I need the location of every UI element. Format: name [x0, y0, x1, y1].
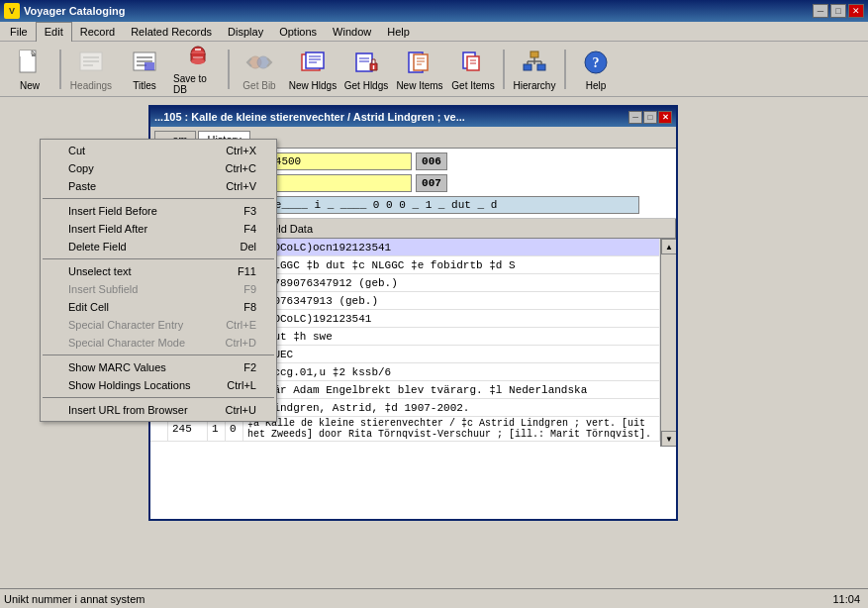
svg-rect-37 [524, 64, 531, 70]
minimize-button[interactable]: ─ [813, 4, 828, 18]
toolbar-sep-1 [59, 50, 61, 89]
svg-rect-36 [530, 51, 538, 57]
title-bar: V Voyager Cataloging ─ □ ✕ [0, 0, 868, 22]
get-hldgs-icon [350, 47, 382, 78]
menu-insert-subfield[interactable]: Insert Subfield F9 [41, 280, 276, 298]
get-items-icon [457, 47, 489, 78]
toolbar-get-hldgs-label: Get Hldgs [344, 80, 388, 91]
help-icon: ? [580, 47, 612, 78]
menu-special-char-mode[interactable]: Special Character Mode Ctrl+D [41, 334, 276, 352]
toolbar: New Headings Titles [0, 42, 868, 97]
menu-paste[interactable]: Paste Ctrl+V [41, 177, 276, 195]
menu-related-records[interactable]: Related Records [123, 22, 220, 42]
scroll-down[interactable]: ▼ [661, 431, 676, 447]
status-bar: Unikt nummer i annat system 11:04 [0, 588, 868, 608]
toolbar-sep-4 [564, 50, 566, 89]
menu-cut[interactable]: Cut Ctrl+X [41, 142, 276, 159]
toolbar-titles[interactable]: Titles [119, 45, 170, 94]
new-items-icon [404, 47, 435, 78]
menu-bar: File Edit Record Related Records Display… [0, 22, 868, 42]
menu-edit-cell[interactable]: Edit Cell F8 [41, 298, 276, 316]
close-button[interactable]: ✕ [848, 4, 864, 18]
menu-display[interactable]: Display [220, 22, 271, 42]
scroll-thumb[interactable] [661, 254, 676, 431]
toolbar-get-bib-label: Get Bib [242, 80, 275, 91]
toolbar-new-items[interactable]: New Items [394, 45, 445, 94]
menu-show-holdings[interactable]: Show Holdings Locations Ctrl+L [41, 376, 276, 394]
toolbar-help[interactable]: ? Help [570, 45, 622, 94]
new-icon [14, 47, 46, 78]
status-text: Unikt nummer i annat system [4, 593, 828, 605]
data-cell: ‡a (OCoLC)ocn192123541 [243, 239, 660, 255]
status-time: 11:04 [828, 593, 864, 605]
titles-icon [129, 47, 160, 78]
col-subfield: Subfield Data [243, 219, 676, 238]
toolbar-sep-2 [228, 50, 230, 89]
svg-rect-28 [414, 54, 428, 70]
toolbar-new-label: New [20, 80, 40, 91]
scroll-up[interactable]: ▲ [661, 239, 676, 254]
child-title: ...105 : Kalle de kleine stierenvechter … [154, 111, 628, 123]
toolbar-new-hldgs[interactable]: New Hldgs [287, 45, 338, 94]
save-to-db-icon [182, 44, 214, 71]
toolbar-get-items-label: Get Items [451, 80, 494, 91]
menu-sep-3 [43, 355, 274, 355]
menu-file[interactable]: File [2, 22, 36, 42]
new-hldgs-icon [297, 47, 329, 78]
menu-copy[interactable]: Copy Ctrl+C [41, 159, 276, 177]
toolbar-new-items-label: New Items [396, 80, 442, 91]
menu-special-char-entry[interactable]: Special Character Entry Ctrl+E [41, 316, 276, 334]
menu-options[interactable]: Options [271, 22, 325, 42]
field-label-007: 007 [416, 174, 447, 192]
field-label-006: 006 [416, 152, 447, 170]
toolbar-new-hldgs-label: New Hldgs [289, 80, 337, 91]
child-window-controls: ─ □ ✕ [628, 111, 672, 124]
menu-window[interactable]: Window [325, 22, 379, 42]
menu-edit[interactable]: Edit [36, 22, 72, 42]
menu-delete-field[interactable]: Delete Field Del [41, 238, 276, 255]
toolbar-headings-label: Headings [70, 80, 112, 91]
menu-insert-before[interactable]: Insert Field Before F3 [41, 202, 276, 220]
maximize-button[interactable]: □ [830, 4, 846, 18]
toolbar-titles-label: Titles [133, 80, 156, 91]
menu-sep-1 [43, 198, 274, 199]
menu-insert-after[interactable]: Insert Field After F4 [41, 220, 276, 238]
menu-sep-4 [43, 397, 274, 398]
hierarchy-icon [519, 47, 550, 78]
headings-icon [75, 47, 107, 78]
svg-rect-38 [537, 64, 545, 70]
svg-rect-12 [145, 62, 154, 70]
toolbar-hierarchy[interactable]: Hierarchy [509, 45, 560, 94]
window-controls: ─ □ ✕ [813, 4, 864, 18]
menu-help[interactable]: Help [379, 22, 418, 42]
child-maximize[interactable]: □ [643, 111, 657, 124]
toolbar-get-hldgs[interactable]: Get Hldgs [340, 45, 392, 94]
menu-insert-url[interactable]: Insert URL from Browser Ctrl+U [41, 401, 276, 419]
child-titlebar: ...105 : Kalle de kleine stierenvechter … [150, 107, 676, 127]
svg-point-15 [191, 58, 205, 64]
toolbar-help-label: Help [586, 80, 607, 91]
toolbar-hierarchy-label: Hierarchy [514, 80, 556, 91]
get-bib-icon [243, 47, 275, 78]
toolbar-headings[interactable]: Headings [65, 45, 117, 94]
app-icon: V [4, 3, 20, 19]
child-close[interactable]: ✕ [658, 111, 672, 124]
menu-show-marc[interactable]: Show MARC Values F2 [41, 358, 276, 376]
menu-unselect[interactable]: Unselect text F11 [41, 262, 276, 280]
child-minimize[interactable]: ─ [628, 111, 642, 124]
edit-dropdown-menu: Cut Ctrl+X Copy Ctrl+C Paste Ctrl+V Inse… [40, 139, 277, 422]
toolbar-save-to-db[interactable]: Save to DB [172, 45, 224, 94]
app-title: Voyager Cataloging [24, 5, 813, 17]
svg-text:?: ? [593, 55, 600, 70]
toolbar-save-label: Save to DB [173, 73, 223, 95]
toolbar-new[interactable]: New [4, 45, 55, 94]
toolbar-sep-3 [503, 50, 505, 89]
marc-scrollbar[interactable]: ▲ ▼ [660, 239, 676, 447]
toolbar-get-bib[interactable]: Get Bib [234, 45, 285, 94]
toolbar-get-items[interactable]: Get Items [447, 45, 499, 94]
menu-record[interactable]: Record [72, 22, 123, 42]
menu-sep-2 [43, 258, 274, 259]
svg-rect-2 [20, 51, 32, 56]
svg-rect-19 [306, 52, 324, 68]
